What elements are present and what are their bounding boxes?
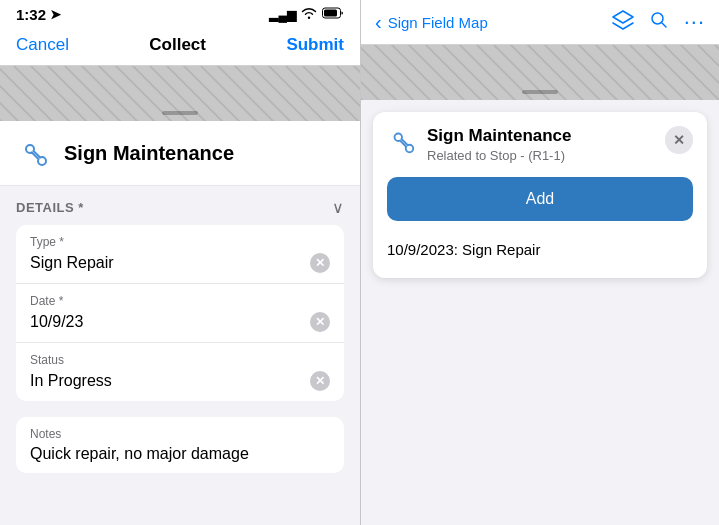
signal-bars-icon: ▂▄▆ bbox=[269, 8, 296, 22]
svg-rect-1 bbox=[324, 10, 337, 17]
popup-title-group: Sign Maintenance Related to Stop - (R1-1… bbox=[427, 126, 572, 163]
record-header: Sign Maintenance bbox=[0, 121, 360, 186]
right-panel: ‹ Sign Field Map ··· bbox=[360, 0, 719, 525]
back-label: Sign Field Map bbox=[388, 14, 488, 31]
date-clear-button[interactable]: ✕ bbox=[310, 312, 330, 332]
popup-subtitle: Related to Stop - (R1-1) bbox=[427, 148, 572, 163]
map-preview-left bbox=[0, 66, 360, 121]
navigation-arrow-icon: ➤ bbox=[50, 7, 61, 22]
type-label: Type * bbox=[30, 235, 330, 249]
time-display: 1:32 bbox=[16, 6, 46, 23]
record-icon-left bbox=[16, 135, 52, 171]
status-value-row: In Progress ✕ bbox=[30, 371, 330, 391]
close-button[interactable]: ✕ bbox=[665, 126, 693, 154]
status-label: Status bbox=[30, 353, 330, 367]
status-bar-time-group: 1:32 ➤ bbox=[16, 6, 61, 23]
back-chevron-icon: ‹ bbox=[375, 12, 382, 32]
popup-title-row: Sign Maintenance Related to Stop - (R1-1… bbox=[387, 126, 572, 163]
cancel-button[interactable]: Cancel bbox=[16, 35, 69, 55]
section-label: DETAILS * bbox=[16, 200, 84, 215]
popup-title: Sign Maintenance bbox=[427, 126, 572, 146]
date-value-row: 10/9/23 ✕ bbox=[30, 312, 330, 332]
type-clear-button[interactable]: ✕ bbox=[310, 253, 330, 273]
wifi-icon bbox=[301, 7, 317, 22]
left-panel: 1:32 ➤ ▂▄▆ Cancel Collect bbox=[0, 0, 360, 525]
notes-field[interactable]: Notes Quick repair, no major damage bbox=[16, 417, 344, 473]
status-value: In Progress bbox=[30, 372, 112, 390]
popup-card: Sign Maintenance Related to Stop - (R1-1… bbox=[373, 112, 707, 278]
date-field[interactable]: Date * 10/9/23 ✕ bbox=[16, 284, 344, 343]
type-value-row: Sign Repair ✕ bbox=[30, 253, 330, 273]
map-preview-right bbox=[361, 45, 719, 100]
details-section-header[interactable]: DETAILS * ∨ bbox=[0, 186, 360, 225]
notes-value: Quick repair, no major damage bbox=[30, 445, 330, 463]
popup-header: Sign Maintenance Related to Stop - (R1-1… bbox=[387, 126, 693, 163]
right-nav-icons: ··· bbox=[612, 10, 705, 34]
nav-title: Collect bbox=[149, 35, 206, 55]
type-field[interactable]: Type * Sign Repair ✕ bbox=[16, 225, 344, 284]
add-button[interactable]: Add bbox=[387, 177, 693, 221]
drag-handle-left[interactable] bbox=[162, 111, 198, 115]
left-nav-bar: Cancel Collect Submit bbox=[0, 27, 360, 66]
status-field[interactable]: Status In Progress ✕ bbox=[16, 343, 344, 401]
related-record-item[interactable]: 10/9/2023: Sign Repair bbox=[387, 235, 693, 264]
status-icons-group: ▂▄▆ bbox=[269, 7, 344, 22]
right-nav-bar: ‹ Sign Field Map ··· bbox=[361, 0, 719, 45]
more-icon[interactable]: ··· bbox=[684, 11, 705, 33]
layers-icon[interactable] bbox=[612, 10, 634, 34]
popup-record-icon bbox=[387, 126, 417, 156]
back-button[interactable]: ‹ Sign Field Map bbox=[375, 12, 488, 32]
notes-label: Notes bbox=[30, 427, 330, 441]
date-value: 10/9/23 bbox=[30, 313, 83, 331]
status-clear-button[interactable]: ✕ bbox=[310, 371, 330, 391]
type-value: Sign Repair bbox=[30, 254, 114, 272]
status-bar: 1:32 ➤ ▂▄▆ bbox=[0, 0, 360, 27]
date-label: Date * bbox=[30, 294, 330, 308]
fields-group: Type * Sign Repair ✕ Date * 10/9/23 ✕ St… bbox=[16, 225, 344, 401]
record-title-left: Sign Maintenance bbox=[64, 142, 234, 165]
chevron-down-icon: ∨ bbox=[332, 198, 344, 217]
svg-point-2 bbox=[652, 13, 663, 24]
submit-button[interactable]: Submit bbox=[286, 35, 344, 55]
battery-icon bbox=[322, 7, 344, 22]
drag-handle-right[interactable] bbox=[522, 90, 558, 94]
form-area: Sign Maintenance DETAILS * ∨ Type * Sign… bbox=[0, 121, 360, 525]
search-icon[interactable] bbox=[650, 11, 668, 33]
